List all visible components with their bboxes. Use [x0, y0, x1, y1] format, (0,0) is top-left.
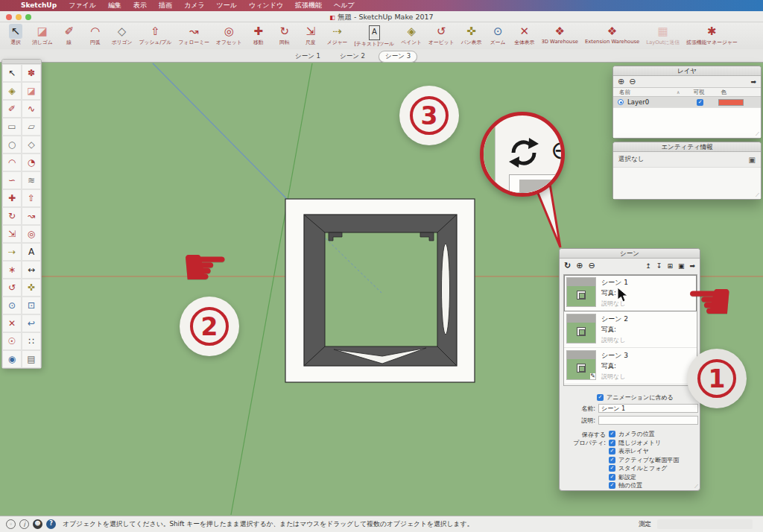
scene-item-1[interactable]: シーン 1 写真: 説明なし [564, 275, 697, 311]
scene-name-input[interactable]: シーン 1 [598, 404, 698, 413]
entity-resize-grip[interactable]: ⟋ [756, 192, 759, 198]
palette-line[interactable]: ✐ [2, 100, 22, 118]
menu-draw[interactable]: 描画 [159, 0, 172, 11]
toolbar-polygon[interactable]: ◇ポリゴン [112, 24, 133, 46]
palette-paint-bucket[interactable]: ◈ [2, 82, 22, 100]
menu-extensions[interactable]: 拡張機能 [295, 0, 322, 11]
prop-shadow-checkbox[interactable]: ✓ [609, 474, 615, 481]
palette-arc[interactable]: ◠ [2, 153, 22, 171]
scene-tab-2[interactable]: シーン 2 [334, 51, 371, 62]
palette-sandbox[interactable]: ≋ [22, 171, 41, 189]
menu-edit[interactable]: 編集 [108, 0, 121, 11]
palette-circle[interactable]: ○ [2, 136, 22, 153]
menu-file[interactable]: ファイル [69, 0, 96, 11]
layer-color-swatch[interactable] [718, 99, 744, 106]
menu-window[interactable]: ウィンドウ [249, 0, 283, 11]
scene-item-3[interactable]: ✎ シーン 3 写真: 説明なし [564, 348, 697, 384]
palette-pan[interactable]: ✜ [22, 279, 41, 297]
palette-polygon[interactable]: ◇ [22, 136, 41, 153]
prop-hidden-geometry-checkbox[interactable]: ✓ [609, 440, 615, 446]
layers-col-color[interactable]: 色 [721, 89, 726, 96]
palette-dimension[interactable]: ↔ [22, 261, 41, 279]
palette-axes[interactable]: ∗ [2, 261, 22, 279]
prop-section-planes-checkbox[interactable]: ✓ [609, 457, 615, 463]
palette-move[interactable]: ✚ [2, 189, 22, 207]
layer-visible-checkbox[interactable]: ✓ [697, 99, 703, 106]
prop-visible-layers-checkbox[interactable]: ✓ [609, 448, 615, 455]
menu-camera[interactable]: カメラ [184, 0, 205, 11]
geolocation-icon[interactable]: ◦ [6, 519, 16, 529]
palette-scale[interactable]: ⇲ [2, 225, 22, 243]
palette-curve[interactable]: ∽ [2, 171, 22, 189]
toolbar-eraser[interactable]: ◪消しゴム [32, 24, 53, 46]
help-status-icon[interactable]: ? [46, 519, 56, 529]
toolbar-select[interactable]: ↖選択 [6, 24, 25, 46]
include-animation-checkbox[interactable]: ✓ [597, 394, 604, 401]
entity-options-icon[interactable]: ▣ [749, 156, 756, 164]
toolbar-arc[interactable]: ◠円弧 [86, 24, 105, 46]
toolbar-offset[interactable]: ◎オフセット [216, 24, 242, 46]
palette-section-plane[interactable]: ▤ [22, 350, 41, 368]
toolbar-push-pull[interactable]: ⇧プッシュ/プル [139, 24, 172, 46]
layers-col-visible[interactable]: 可視 [693, 89, 704, 96]
palette-zoom-extents[interactable]: ✕ [2, 314, 22, 332]
palette-follow-me[interactable]: ↝ [22, 207, 41, 225]
palette-position-camera[interactable]: ☉ [2, 332, 22, 350]
toolbar-scale[interactable]: ⇲尺度 [301, 24, 320, 46]
prop-style-fog-checkbox[interactable]: ✓ [609, 465, 615, 472]
palette-tape-measure[interactable]: ⇢ [2, 243, 22, 261]
menu-help[interactable]: ヘルプ [334, 0, 355, 11]
toolbar-zoom-extents[interactable]: ✕全体表示 [514, 24, 534, 46]
palette-offset[interactable]: ◎ [22, 225, 41, 243]
layers-resize-grip[interactable]: ⟋ [756, 131, 759, 137]
palette-orbit[interactable]: ↺ [2, 279, 22, 297]
measurement-field[interactable] [657, 519, 753, 529]
prop-camera-checkbox[interactable]: ✓ [609, 431, 615, 437]
layers-sort-icon[interactable]: ∧ [677, 89, 680, 95]
layers-col-name[interactable]: 名前 [619, 89, 630, 96]
palette-previous-view[interactable]: ↩ [22, 314, 41, 332]
toolbar-extension-warehouse[interactable]: ❖Extension Warehouse [585, 24, 639, 45]
toolbar-follow-me[interactable]: ↝フォローミー [179, 24, 209, 46]
palette-rectangle[interactable]: ▭ [2, 118, 22, 136]
palette-look-around[interactable]: ◉ [2, 350, 22, 368]
toolbar-pan[interactable]: ✜パン表示 [461, 24, 482, 46]
menu-sketchup[interactable]: SketchUp [21, 0, 57, 11]
palette-walk[interactable]: ∷ [22, 332, 41, 350]
palette-lasso[interactable]: ✽ [22, 64, 41, 82]
toolbar-orbit[interactable]: ↺オービット [428, 24, 455, 46]
scene-item-2[interactable]: シーン 2 写真: 説明なし [564, 311, 697, 348]
layers-detail-arrow-icon[interactable]: ➡ [750, 78, 756, 86]
scene-tab-1[interactable]: シーン 1 [289, 51, 326, 62]
scene-view-options-icon[interactable]: ⊞ [667, 262, 673, 270]
layer-add-button[interactable]: ⊕ [618, 77, 624, 86]
scenes-resize-grip[interactable]: ⟋ [694, 484, 698, 490]
scene-remove-icon[interactable]: ⊖ [588, 261, 595, 270]
toolbar-tape-measure[interactable]: ⇢メジャー [327, 24, 348, 46]
layer-row[interactable]: Layer0 ✓ [613, 97, 761, 107]
toolbar-rotate[interactable]: ↻回転 [275, 24, 294, 46]
palette-zoom-window[interactable]: ⊡ [22, 297, 41, 314]
credits-icon[interactable]: i [19, 519, 29, 529]
user-icon[interactable]: ☻ [33, 519, 42, 529]
palette-rotated-rectangle[interactable]: ▱ [22, 118, 41, 136]
menu-tools[interactable]: ツール [217, 0, 237, 11]
palette-push-pull[interactable]: ⇧ [22, 189, 41, 207]
palette-text[interactable]: A [22, 243, 41, 261]
palette-eraser[interactable]: ◪ [22, 82, 41, 100]
menu-view[interactable]: 表示 [133, 0, 147, 11]
layer-remove-button[interactable]: ⊖ [629, 77, 636, 86]
frame-model[interactable] [285, 199, 475, 382]
scene-desc-input[interactable] [598, 416, 698, 425]
toolbar-3d-warehouse[interactable]: ❖3D Warehouse [541, 24, 578, 45]
toolbar-move[interactable]: ✚移動 [249, 24, 268, 46]
palette-pie[interactable]: ◔ [22, 153, 41, 171]
scene-update-icon[interactable]: ↻ [564, 261, 571, 270]
layers-panel-title[interactable]: レイヤ [613, 66, 761, 76]
toolbar-text[interactable]: A[テキスト]ツール [354, 24, 394, 48]
scene-display-icon[interactable]: ▣ [678, 262, 685, 270]
scenes-detail-arrow-icon[interactable]: ➡ [689, 262, 695, 270]
scene-add-icon[interactable]: ⊕ [576, 261, 583, 270]
entity-panel-title[interactable]: エンティティ情報 [613, 142, 761, 152]
palette-zoom[interactable]: ⊙ [2, 297, 22, 314]
